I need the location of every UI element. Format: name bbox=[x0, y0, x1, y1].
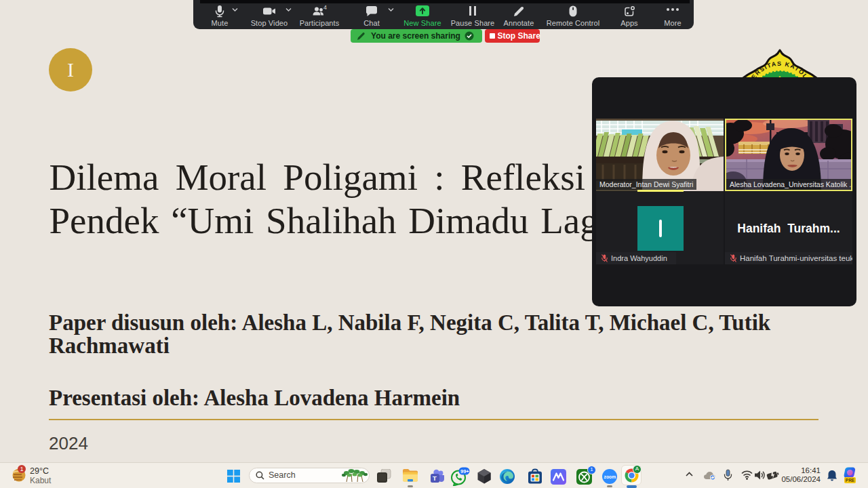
svg-text:99+: 99+ bbox=[460, 468, 469, 474]
svg-text:T: T bbox=[433, 474, 437, 482]
svg-text:4: 4 bbox=[323, 5, 327, 11]
svg-text:zoom: zoom bbox=[604, 474, 616, 479]
